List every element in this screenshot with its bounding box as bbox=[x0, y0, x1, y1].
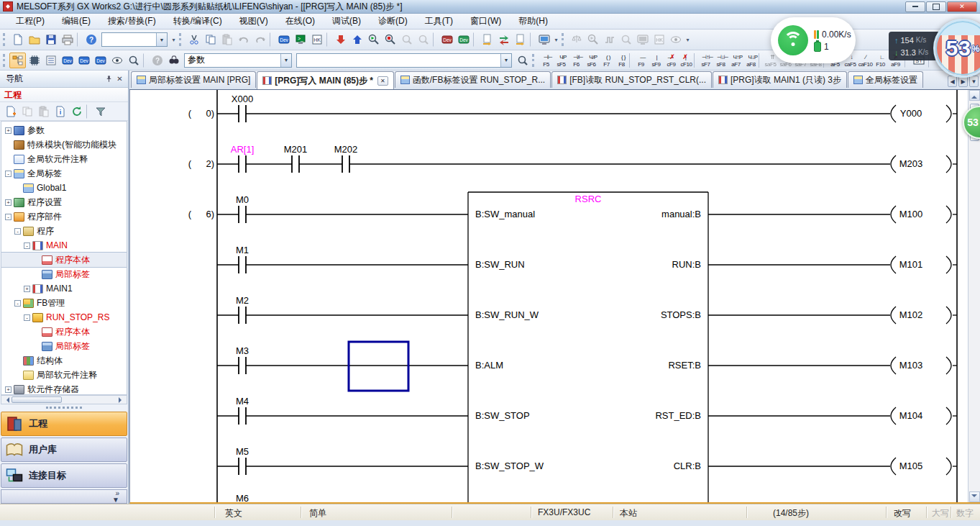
toolbar-overflow-icon[interactable]: ▾ bbox=[552, 37, 560, 43]
editor-tab[interactable]: [PRG]读取 MAIN1 (只读) 3步 bbox=[713, 71, 847, 88]
toolbar-button[interactable] bbox=[433, 32, 437, 47]
device-combobox[interactable]: 参数▼ bbox=[184, 53, 292, 68]
panel-splitter[interactable] bbox=[0, 404, 128, 411]
find-combobox[interactable]: ▼ bbox=[296, 53, 512, 68]
menu-item[interactable]: 帮助(H) bbox=[510, 14, 557, 29]
toolbar-button[interactable] bbox=[59, 53, 75, 68]
chevron-down-icon[interactable]: ▼ bbox=[500, 54, 511, 67]
editor-tab[interactable]: [PRG]写入 MAIN (85)步 * ✕ bbox=[257, 71, 393, 89]
editor-tab[interactable]: 函数/FB标签设置 RUN_STOP_R... bbox=[395, 71, 551, 88]
speed-ball-mini-badge[interactable]: 53 bbox=[963, 106, 980, 139]
toolbar-button[interactable] bbox=[530, 32, 534, 47]
tab-scroll-button[interactable]: ▼ bbox=[969, 76, 979, 87]
toolbar-grip[interactable] bbox=[532, 54, 536, 67]
tree-item[interactable]: - MAIN bbox=[1, 238, 127, 253]
tree-item[interactable]: 特殊模块(智能功能模块 bbox=[1, 137, 127, 152]
toolbar-button[interactable] bbox=[59, 32, 75, 47]
tree-expander-icon[interactable]: - bbox=[24, 242, 30, 249]
tree-horizontal-scrollbar[interactable] bbox=[1, 395, 127, 404]
tree-item[interactable]: + 参数 bbox=[1, 123, 127, 137]
tree-expander-icon[interactable]: + bbox=[24, 286, 30, 292]
tree-expander-icon[interactable]: - bbox=[24, 314, 30, 321]
tree-item[interactable]: 全局软元件注释 bbox=[1, 152, 127, 166]
toolbar-overflow-icon[interactable]: ▾ bbox=[170, 37, 178, 43]
toolbar-button[interactable] bbox=[415, 32, 431, 47]
tree-expander-icon[interactable]: + bbox=[5, 386, 12, 393]
ladder-symbol-button[interactable]: |sF9 bbox=[649, 51, 664, 69]
menu-item[interactable]: 调试(B) bbox=[324, 14, 370, 29]
tree-item[interactable]: 局部软元件注释 bbox=[1, 368, 127, 382]
scroll-right-icon[interactable] bbox=[119, 397, 124, 403]
toolbar-button[interactable] bbox=[536, 32, 552, 47]
toolbar-button[interactable] bbox=[568, 32, 585, 47]
toolbar-button[interactable] bbox=[365, 32, 382, 47]
ladder-selection-cursor[interactable] bbox=[349, 342, 408, 391]
ladder-symbol-button[interactable]: Ч↓РaF8 bbox=[743, 51, 759, 69]
tree-item[interactable]: + MAIN1 bbox=[1, 281, 127, 296]
ladder-symbol-button[interactable]: ⊣⊢F5 bbox=[539, 51, 554, 69]
tree-item[interactable]: 程序本体 bbox=[1, 253, 127, 267]
tree-item[interactable]: - 全局标签 bbox=[1, 166, 127, 181]
ladder-symbol-button[interactable]: ⊣↑⊢sF7 bbox=[698, 51, 713, 69]
nav-tool-button[interactable] bbox=[92, 104, 109, 119]
toolbar-button[interactable] bbox=[495, 32, 512, 47]
tree-item[interactable]: 结构体 bbox=[1, 353, 127, 368]
ladder-symbol-button[interactable]: Ч/РsF6 bbox=[584, 51, 599, 69]
ladder-canvas[interactable]: RSRC(0)X000Y000(2)AR[1]M201M202M203(6)M0… bbox=[130, 90, 963, 503]
menu-item[interactable]: 在线(O) bbox=[277, 14, 324, 29]
ladder-symbol-button[interactable]: Ч↑РaF7 bbox=[728, 51, 743, 69]
tree-item[interactable]: + 软元件存储器 bbox=[1, 382, 127, 395]
toolbar-button[interactable] bbox=[651, 32, 667, 47]
tree-expander-icon[interactable]: - bbox=[14, 300, 21, 307]
chevron-down-icon[interactable]: ▼ bbox=[156, 33, 167, 46]
toolbar-button[interactable] bbox=[235, 32, 252, 47]
tree-item[interactable]: 程序本体 bbox=[1, 325, 127, 339]
ladder-symbol-button[interactable]: |✗cF10 bbox=[679, 51, 694, 69]
toolbar-button[interactable] bbox=[455, 32, 472, 47]
toolbar-grip[interactable] bbox=[179, 33, 183, 46]
toolbar-button[interactable] bbox=[125, 53, 142, 68]
tree-item[interactable]: Global1 bbox=[1, 181, 127, 195]
toolbar-button[interactable] bbox=[92, 53, 109, 68]
toolbar-button[interactable] bbox=[77, 32, 81, 47]
toolbar-overflow-icon[interactable]: ▾ bbox=[684, 37, 692, 43]
ladder-symbol-button[interactable]: ЧРsF5 bbox=[554, 51, 569, 69]
toolbar-button[interactable] bbox=[186, 32, 202, 47]
toolbar-button[interactable] bbox=[512, 32, 528, 47]
nav-mode-button[interactable]: 用户库 bbox=[1, 437, 127, 462]
toolbar-button[interactable] bbox=[667, 32, 684, 47]
menu-item[interactable]: 转换/编译(C) bbox=[165, 14, 231, 29]
nav-tool-button[interactable] bbox=[68, 104, 85, 119]
toolbar-button[interactable] bbox=[618, 32, 634, 47]
tree-expander-icon[interactable]: + bbox=[5, 199, 12, 206]
editor-tab[interactable]: [FB]读取 RUN_STOP_RST_CLR(... bbox=[551, 71, 712, 88]
nav-tool-button[interactable] bbox=[2, 104, 19, 119]
close-icon[interactable]: ✕ bbox=[114, 74, 125, 84]
ladder-symbol-button[interactable]: —F9 bbox=[633, 51, 649, 69]
toolbar-button[interactable] bbox=[270, 32, 274, 47]
tab-close-icon[interactable]: ✕ bbox=[377, 76, 388, 86]
toolbar-button[interactable] bbox=[219, 32, 235, 47]
editor-vertical-scrollbar[interactable] bbox=[968, 90, 980, 502]
toolbar-button[interactable] bbox=[26, 32, 42, 47]
nav-tool-button[interactable] bbox=[86, 104, 91, 119]
tree-item[interactable]: + 程序设置 bbox=[1, 195, 127, 209]
toolbar-button[interactable] bbox=[398, 32, 415, 47]
editor-tab[interactable]: 局部标签设置 MAIN [PRG] bbox=[131, 71, 256, 88]
ladder-symbol-button[interactable]: ⊣↓⊢sF8 bbox=[713, 51, 728, 69]
toolbar-button[interactable] bbox=[292, 32, 308, 47]
toolbar-button[interactable] bbox=[149, 53, 165, 68]
toolbar-button[interactable] bbox=[332, 32, 349, 47]
toolbar-button[interactable] bbox=[326, 32, 331, 47]
toolbar-button[interactable] bbox=[479, 32, 495, 47]
toolbar-button[interactable] bbox=[634, 32, 651, 47]
menu-item[interactable]: 搜索/替换(F) bbox=[99, 14, 165, 29]
tree-expander-icon[interactable]: - bbox=[14, 228, 21, 235]
chevron-down-icon[interactable]: ▼ bbox=[280, 54, 291, 67]
menu-item[interactable]: 视图(V) bbox=[231, 14, 277, 29]
ladder-symbol-button[interactable]: { }F8 bbox=[614, 51, 629, 69]
tree-expander-icon[interactable]: - bbox=[5, 214, 12, 220]
nav-mode-button[interactable]: 连接目标 bbox=[1, 463, 127, 488]
nav-more-button[interactable]: »▼ bbox=[1, 489, 127, 504]
toolbar-button[interactable] bbox=[75, 53, 92, 68]
